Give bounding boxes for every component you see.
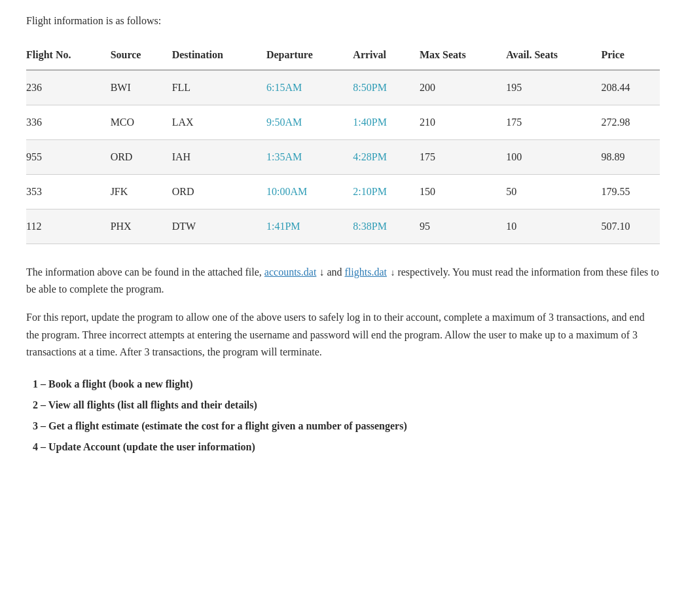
cell-source: BWI [111, 70, 172, 105]
download-icon-2: ↓ [388, 266, 395, 280]
cell-avail-seats: 175 [506, 105, 601, 140]
description-text: For this report, update the program to a… [26, 309, 660, 361]
cell-max-seats: 175 [420, 140, 506, 175]
table-row: 112PHXDTW1:41PM8:38PM9510507.10 [26, 209, 660, 244]
cell-avail-seats: 10 [506, 209, 601, 244]
accounts-dat-link[interactable]: accounts.dat [264, 266, 317, 278]
cell-destination: DTW [172, 209, 266, 244]
cell-source: PHX [111, 209, 172, 244]
cell-flight-no: 353 [26, 175, 111, 209]
cell-destination: FLL [172, 70, 266, 105]
cell-avail-seats: 195 [506, 70, 601, 105]
cell-destination: IAH [172, 140, 266, 175]
cell-max-seats: 210 [420, 105, 506, 140]
table-row: 336MCOLAX9:50AM1:40PM210175272.98 [26, 105, 660, 140]
cell-source: ORD [111, 140, 172, 175]
col-price: Price [601, 41, 660, 70]
and-separator: ↓ and [316, 266, 344, 278]
cell-departure: 6:15AM [266, 70, 353, 105]
menu-item: 3 – Get a flight estimate (estimate the … [33, 416, 660, 437]
col-avail-seats: Avail. Seats [506, 41, 601, 70]
cell-price: 507.10 [601, 209, 660, 244]
flights-dat-link[interactable]: flights.dat [345, 266, 387, 278]
cell-departure: 10:00AM [266, 175, 353, 209]
cell-max-seats: 95 [420, 209, 506, 244]
cell-departure: 9:50AM [266, 105, 353, 140]
col-departure: Departure [266, 41, 353, 70]
col-source: Source [111, 41, 172, 70]
cell-flight-no: 336 [26, 105, 111, 140]
menu-item: 1 – Book a flight (book a new flight) [33, 374, 660, 395]
cell-avail-seats: 50 [506, 175, 601, 209]
menu-item: 2 – View all flights (list all flights a… [33, 395, 660, 416]
col-arrival: Arrival [353, 41, 420, 70]
cell-arrival: 2:10PM [353, 175, 420, 209]
menu-list: 1 – Book a flight (book a new flight)2 –… [33, 374, 660, 458]
info-prefix: The information above can be found in th… [26, 266, 264, 278]
cell-price: 208.44 [601, 70, 660, 105]
cell-destination: LAX [172, 105, 266, 140]
col-flight-no: Flight No. [26, 41, 111, 70]
cell-arrival: 1:40PM [353, 105, 420, 140]
table-header-row: Flight No. Source Destination Departure … [26, 41, 660, 70]
col-max-seats: Max Seats [420, 41, 506, 70]
file-info-text: The information above can be found in th… [26, 264, 660, 297]
cell-avail-seats: 100 [506, 140, 601, 175]
table-row: 955ORDIAH1:35AM4:28PM17510098.89 [26, 140, 660, 175]
cell-max-seats: 150 [420, 175, 506, 209]
cell-max-seats: 200 [420, 70, 506, 105]
cell-departure: 1:35AM [266, 140, 353, 175]
cell-source: MCO [111, 105, 172, 140]
menu-item: 4 – Update Account (update the user info… [33, 437, 660, 458]
cell-destination: ORD [172, 175, 266, 209]
intro-text: Flight information is as follows: [26, 13, 660, 29]
cell-flight-no: 112 [26, 209, 111, 244]
cell-arrival: 8:50PM [353, 70, 420, 105]
cell-price: 272.98 [601, 105, 660, 140]
col-destination: Destination [172, 41, 266, 70]
cell-source: JFK [111, 175, 172, 209]
cell-price: 179.55 [601, 175, 660, 209]
table-row: 236BWIFLL6:15AM8:50PM200195208.44 [26, 70, 660, 105]
cell-flight-no: 955 [26, 140, 111, 175]
table-row: 353JFKORD10:00AM2:10PM15050179.55 [26, 175, 660, 209]
cell-arrival: 8:38PM [353, 209, 420, 244]
cell-price: 98.89 [601, 140, 660, 175]
cell-departure: 1:41PM [266, 209, 353, 244]
cell-arrival: 4:28PM [353, 140, 420, 175]
cell-flight-no: 236 [26, 70, 111, 105]
flights-table: Flight No. Source Destination Departure … [26, 41, 660, 244]
